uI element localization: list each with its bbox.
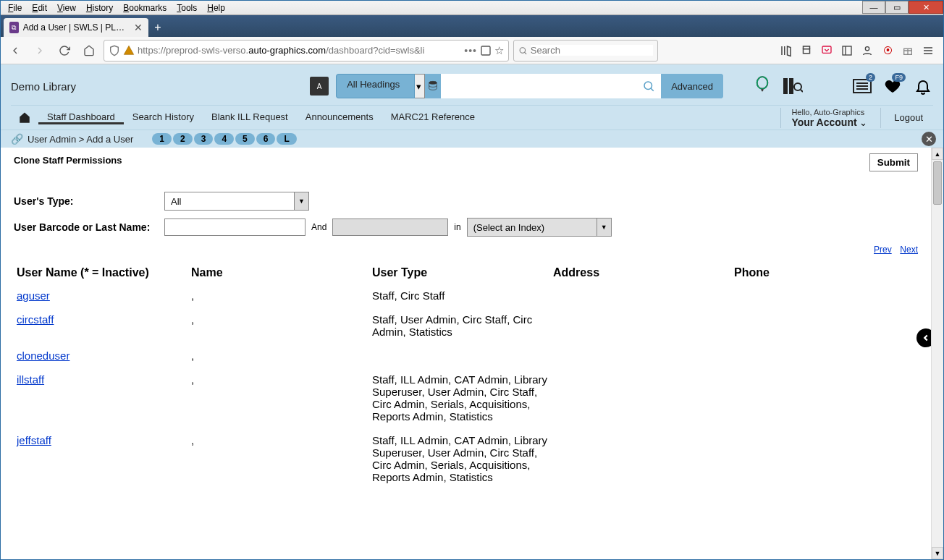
users-type-select[interactable]: All ▼ [164,192,309,211]
sidebar-icon[interactable] [840,44,854,57]
nav-marc21-reference[interactable]: MARC21 Reference [382,111,484,124]
col-usertype-header: User Type [372,266,553,279]
index-select[interactable]: (Select an Index) ▼ [467,218,612,237]
nav-blank-ill-request[interactable]: Blank ILL Request [203,111,297,124]
tab-strip: ⧉ Add a User | SWLS | PLATT | Au… ✕ + [1,15,943,37]
menu-bookmarks[interactable]: Bookmarks [119,2,171,14]
svg-point-1 [520,47,525,52]
window-minimize-button[interactable]: — [862,1,885,14]
bookmark-star-icon[interactable]: ☆ [494,44,504,57]
breadcrumb: User Admin > Add a User [28,134,133,145]
pager-4[interactable]: 4 [214,133,234,145]
greeting-label: Hello, Auto-Graphics [791,108,867,116]
ext-icon[interactable]: ⦿ [881,44,894,57]
cell-usertype: Staff, User Admin, Circ Staff, Circ Admi… [372,313,553,338]
nav-home-icon[interactable] [11,111,38,124]
svg-rect-11 [783,78,788,94]
headings-select[interactable]: All Headings [336,74,415,98]
app-search-button[interactable] [636,74,661,98]
your-account-label: Your Account [791,116,856,128]
barcode-input-2[interactable] [332,219,448,236]
next-link[interactable]: Next [900,245,918,255]
pager-6[interactable]: 6 [256,133,276,145]
catalog-icon[interactable] [783,76,803,96]
browser-search-box[interactable] [513,40,658,61]
user-link[interactable]: cloneduser [17,349,69,362]
nav-search-history[interactable]: Search History [124,111,203,124]
brand-label: Demo Library [11,80,76,93]
pocket-icon[interactable] [820,44,833,57]
back-button[interactable] [5,41,25,61]
breadcrumb-row: 🔗 User Admin > Add a User 123456L ✕ [1,130,943,148]
database-icon[interactable] [425,74,441,98]
hamburger-menu-icon[interactable] [922,44,935,57]
cell-usertype: Staff, ILL Admin, CAT Admin, Library Sup… [372,434,553,483]
balloon-icon[interactable] [752,76,772,96]
chevron-down-icon: ▼ [597,219,611,236]
bell-icon[interactable] [913,76,933,96]
library-icon[interactable] [780,44,793,57]
forward-button[interactable] [30,41,50,61]
url-bar[interactable]: https://preprod-swls-verso.auto-graphics… [104,40,509,61]
ellipsis-icon[interactable]: ••• [464,45,477,56]
menu-view[interactable]: View [53,2,80,14]
cell-name: , [191,349,372,362]
list-badge: 2 [866,73,875,82]
user-table: User Name (* = Inactive) Name User Type … [14,262,918,489]
barcode-input-1[interactable] [164,219,305,236]
logout-link[interactable]: Logout [894,112,923,123]
list-icon[interactable]: 2 [852,76,872,96]
menu-edit[interactable]: Edit [28,2,51,14]
print-icon[interactable] [800,44,813,57]
user-link[interactable]: illstaff [17,373,44,386]
table-row: circstaff,Staff, User Admin, Circ Staff,… [14,307,918,344]
cell-usertype: Staff, Circ Staff [372,289,553,302]
user-link[interactable]: circstaff [17,313,54,326]
reload-button[interactable] [54,41,75,61]
scroll-up-icon[interactable]: ▲ [932,148,943,160]
nav-announcements[interactable]: Announcements [297,111,382,124]
cell-name: , [191,373,372,386]
submit-button[interactable]: Submit [869,153,918,171]
pager-5[interactable]: 5 [235,133,255,145]
menu-file[interactable]: File [4,2,26,14]
language-icon[interactable]: A [310,77,329,96]
home-button[interactable] [79,41,99,61]
menu-help[interactable]: Help [203,2,229,14]
pager-1[interactable]: 1 [152,133,172,145]
close-icon[interactable]: ✕ [922,132,936,146]
scroll-track[interactable] [932,206,943,547]
profile-icon[interactable] [861,44,874,57]
col-address-header: Address [553,266,734,279]
menu-tools[interactable]: Tools [172,2,201,14]
heart-icon[interactable]: F9 [882,76,903,96]
scroll-down-icon[interactable]: ▼ [932,547,943,559]
prev-link[interactable]: Prev [874,245,892,255]
your-account-dropdown[interactable]: Your Account ⌄ [791,116,867,128]
user-link[interactable]: jeffstaff [17,434,51,446]
browser-nav-bar: https://preprod-swls-verso.auto-graphics… [1,37,943,64]
table-row: cloneduser, [14,344,918,368]
svg-rect-2 [804,48,810,53]
reader-icon[interactable] [480,45,492,56]
ext-gift-icon[interactable] [901,44,914,57]
page-title: Clone Staff Permissions [14,155,918,166]
collapse-arrow-icon[interactable] [916,328,931,347]
window-maximize-button[interactable]: ▭ [885,1,909,14]
pager-2[interactable]: 2 [173,133,193,145]
menu-history[interactable]: History [82,2,117,14]
scrollbar[interactable]: ▲ ▼ [931,148,943,559]
nav-staff-dashboard[interactable]: Staff Dashboard [38,111,124,124]
app-search-input[interactable] [441,74,636,98]
new-tab-button[interactable]: + [148,18,167,37]
browser-search-input[interactable] [531,45,653,56]
pager-L[interactable]: L [277,133,296,145]
scroll-thumb[interactable] [933,161,942,205]
browser-menu-bar: FileEditViewHistoryBookmarksToolsHelp [1,1,862,14]
pager-3[interactable]: 3 [194,133,214,145]
user-link[interactable]: aguser [17,289,50,302]
browser-tab[interactable]: ⧉ Add a User | SWLS | PLATT | Au… ✕ [4,18,148,37]
advanced-search-button[interactable]: Advanced [661,74,723,98]
window-close-button[interactable]: ✕ [909,1,943,14]
tab-close-button[interactable]: ✕ [134,22,143,33]
